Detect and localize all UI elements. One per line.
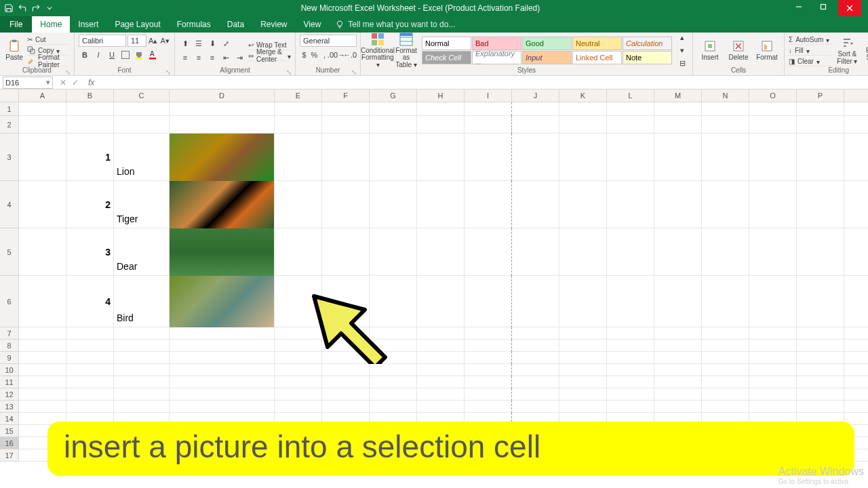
- column-header[interactable]: G: [370, 89, 417, 102]
- cell[interactable]: [465, 327, 512, 340]
- column-header[interactable]: O: [749, 89, 797, 102]
- cell[interactable]: [19, 388, 66, 401]
- qat-dropdown-icon[interactable]: [45, 3, 54, 13]
- cell[interactable]: [512, 388, 559, 401]
- cell[interactable]: [66, 116, 114, 134]
- cell[interactable]: [114, 352, 170, 364]
- cell[interactable]: [797, 276, 844, 327]
- column-header[interactable]: H: [417, 89, 465, 102]
- style-check-cell[interactable]: Check Cell: [422, 51, 471, 64]
- cell[interactable]: [370, 228, 417, 276]
- decrease-font-icon[interactable]: A▾: [160, 35, 171, 47]
- cell[interactable]: [749, 340, 797, 352]
- row-header[interactable]: 16: [0, 437, 19, 449]
- font-name-select[interactable]: [79, 35, 126, 47]
- cell[interactable]: [417, 228, 465, 276]
- cell[interactable]: [654, 327, 702, 340]
- cell[interactable]: [417, 116, 465, 134]
- cell[interactable]: [702, 364, 749, 376]
- cell[interactable]: [749, 388, 797, 401]
- style-bad[interactable]: Bad: [472, 37, 521, 50]
- tab-view[interactable]: View: [296, 16, 330, 33]
- cell[interactable]: [417, 102, 465, 116]
- cell[interactable]: [170, 276, 275, 327]
- row-header[interactable]: 10: [0, 364, 19, 376]
- tab-insert[interactable]: Insert: [70, 16, 106, 33]
- font-size-select[interactable]: [127, 35, 146, 47]
- number-format-select[interactable]: [300, 35, 357, 47]
- cell[interactable]: [170, 134, 275, 181]
- cell[interactable]: [559, 388, 607, 401]
- cell[interactable]: [607, 134, 654, 181]
- tab-file[interactable]: File: [0, 16, 32, 33]
- cell[interactable]: [749, 276, 797, 327]
- cell[interactable]: [512, 401, 559, 413]
- cell[interactable]: [607, 388, 654, 401]
- cell[interactable]: [170, 376, 275, 388]
- style-input[interactable]: Input: [522, 51, 572, 64]
- cell[interactable]: [114, 327, 170, 340]
- cell[interactable]: [465, 134, 512, 181]
- cell[interactable]: [417, 134, 465, 181]
- tab-formulas[interactable]: Formulas: [169, 16, 219, 33]
- cell[interactable]: [749, 364, 797, 376]
- cell[interactable]: [607, 276, 654, 327]
- redo-icon[interactable]: [31, 3, 41, 13]
- cell[interactable]: [749, 102, 797, 116]
- cell[interactable]: Tiger: [114, 181, 170, 228]
- cell[interactable]: [417, 364, 465, 376]
- cell[interactable]: [607, 181, 654, 228]
- borders-button[interactable]: [119, 49, 132, 61]
- increase-decimal-icon[interactable]: .00→: [330, 49, 342, 61]
- cell[interactable]: [322, 364, 370, 376]
- align-middle-icon[interactable]: ☰: [193, 37, 205, 49]
- cell[interactable]: [322, 102, 370, 116]
- cell[interactable]: [797, 116, 844, 134]
- column-header[interactable]: P: [797, 89, 844, 102]
- cell[interactable]: [275, 181, 322, 228]
- cell[interactable]: [512, 376, 559, 388]
- tab-review[interactable]: Review: [252, 16, 295, 33]
- column-header[interactable]: E: [275, 89, 322, 102]
- cell[interactable]: [654, 352, 702, 364]
- format-as-table-button[interactable]: Format asTable ▾: [393, 31, 419, 70]
- cell[interactable]: [607, 340, 654, 352]
- row-header[interactable]: 17: [0, 449, 19, 462]
- cell[interactable]: [275, 116, 322, 134]
- cell[interactable]: [797, 364, 844, 376]
- dialog-launcher-icon[interactable]: ⤡: [165, 68, 172, 75]
- cell[interactable]: [654, 376, 702, 388]
- fx-icon[interactable]: fx: [84, 78, 94, 87]
- cell[interactable]: [417, 401, 465, 413]
- row-header[interactable]: 15: [0, 425, 19, 437]
- font-color-button[interactable]: A: [146, 49, 159, 61]
- cell[interactable]: [465, 352, 512, 364]
- cell[interactable]: [66, 376, 114, 388]
- italic-button[interactable]: I: [92, 49, 104, 61]
- cell[interactable]: [322, 388, 370, 401]
- cell[interactable]: [465, 228, 512, 276]
- cell[interactable]: [797, 376, 844, 388]
- cell[interactable]: [170, 102, 275, 116]
- merge-center-button[interactable]: ⇔Merge & Center▾: [248, 51, 291, 61]
- column-header[interactable]: F: [322, 89, 370, 102]
- cell[interactable]: [702, 388, 749, 401]
- cell[interactable]: [370, 388, 417, 401]
- sort-filter-button[interactable]: Sort &Filter ▾: [834, 35, 860, 66]
- cell[interactable]: 1: [66, 134, 114, 181]
- cell[interactable]: [559, 340, 607, 352]
- cell[interactable]: [654, 181, 702, 228]
- dialog-launcher-icon[interactable]: ⤡: [351, 68, 357, 75]
- format-painter-button[interactable]: Format Painter: [27, 56, 70, 66]
- cell[interactable]: [749, 181, 797, 228]
- enter-formula-icon[interactable]: ✓: [72, 78, 79, 87]
- cell[interactable]: [559, 181, 607, 228]
- cell[interactable]: [654, 388, 702, 401]
- cell[interactable]: [417, 352, 465, 364]
- cell[interactable]: [275, 388, 322, 401]
- cell[interactable]: [170, 327, 275, 340]
- cell[interactable]: [19, 102, 66, 116]
- row-header[interactable]: 7: [0, 327, 19, 340]
- cell[interactable]: [170, 352, 275, 364]
- formula-input[interactable]: [98, 77, 868, 89]
